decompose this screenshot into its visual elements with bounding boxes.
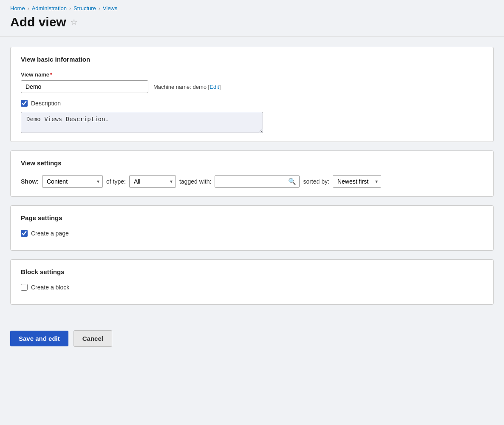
breadcrumb-sep-2: › — [69, 6, 71, 11]
breadcrumb-views[interactable]: Views — [103, 5, 117, 11]
show-select-wrapper: Content Users Files Taxonomy terms — [42, 175, 103, 188]
breadcrumb-structure[interactable]: Structure — [74, 5, 96, 11]
view-basic-information-title: View basic information — [21, 56, 483, 63]
save-and-edit-button[interactable]: Save and edit — [10, 331, 68, 346]
breadcrumb-sep-1: › — [28, 6, 29, 11]
cancel-button[interactable]: Cancel — [74, 330, 112, 347]
view-settings-row: Show: Content Users Files Taxonomy terms… — [21, 175, 483, 188]
view-name-group: View name* Machine name: demo [Edit] — [21, 71, 483, 93]
sorted-by-label: sorted by: — [303, 178, 329, 185]
view-name-input[interactable] — [21, 80, 148, 93]
description-checkbox[interactable] — [21, 100, 28, 107]
description-textarea[interactable]: Demo Views Description. — [21, 112, 263, 133]
footer-buttons: Save and edit Cancel — [0, 323, 504, 354]
page-title-row: Add view ☆ — [10, 15, 494, 29]
favorite-icon[interactable]: ☆ — [71, 17, 77, 27]
show-select[interactable]: Content Users Files Taxonomy terms — [42, 175, 103, 188]
breadcrumb: Home › Administration › Structure › View… — [10, 5, 494, 11]
machine-name-display: Machine name: demo [Edit] — [153, 84, 221, 90]
page-title: Add view — [10, 15, 66, 29]
view-name-label: View name* — [21, 71, 483, 78]
breadcrumb-sep-3: › — [99, 6, 100, 11]
breadcrumb-administration[interactable]: Administration — [32, 5, 67, 11]
view-settings-card: View settings Show: Content Users Files … — [10, 150, 494, 197]
view-basic-information-card: View basic information View name* Machin… — [10, 47, 494, 142]
create-block-checkbox[interactable] — [21, 284, 28, 291]
tagged-with-input-wrapper: 🔍 — [215, 175, 300, 188]
create-block-label[interactable]: Create a block — [31, 284, 69, 291]
tagged-with-label: tagged with: — [179, 178, 212, 185]
of-type-label: of type: — [106, 178, 126, 185]
machine-name-edit-link[interactable]: Edit — [210, 84, 219, 90]
create-page-checkbox-row: Create a page — [21, 230, 483, 237]
main-content: View basic information View name* Machin… — [0, 37, 504, 323]
required-indicator: * — [50, 71, 52, 78]
block-settings-card: Block settings Create a block — [10, 259, 494, 305]
block-settings-title: Block settings — [21, 268, 483, 275]
view-settings-title: View settings — [21, 159, 483, 167]
description-checkbox-row: Description — [21, 100, 483, 107]
page-settings-card: Page settings Create a page — [10, 205, 494, 251]
page-header: Home › Administration › Structure › View… — [0, 0, 504, 37]
create-page-label[interactable]: Create a page — [31, 230, 69, 237]
of-type-select-wrapper: All Article Basic page — [129, 175, 176, 188]
of-type-select[interactable]: All Article Basic page — [129, 175, 176, 188]
tagged-with-input[interactable] — [215, 175, 300, 188]
breadcrumb-home[interactable]: Home — [10, 5, 25, 11]
sorted-by-select[interactable]: Newest first Oldest first Title Author — [333, 175, 381, 188]
create-page-checkbox[interactable] — [21, 230, 28, 237]
create-block-checkbox-row: Create a block — [21, 284, 483, 291]
page-settings-title: Page settings — [21, 214, 483, 221]
sorted-by-select-wrapper: Newest first Oldest first Title Author — [333, 175, 381, 188]
show-label: Show: — [21, 178, 39, 185]
description-checkbox-label[interactable]: Description — [31, 100, 61, 107]
